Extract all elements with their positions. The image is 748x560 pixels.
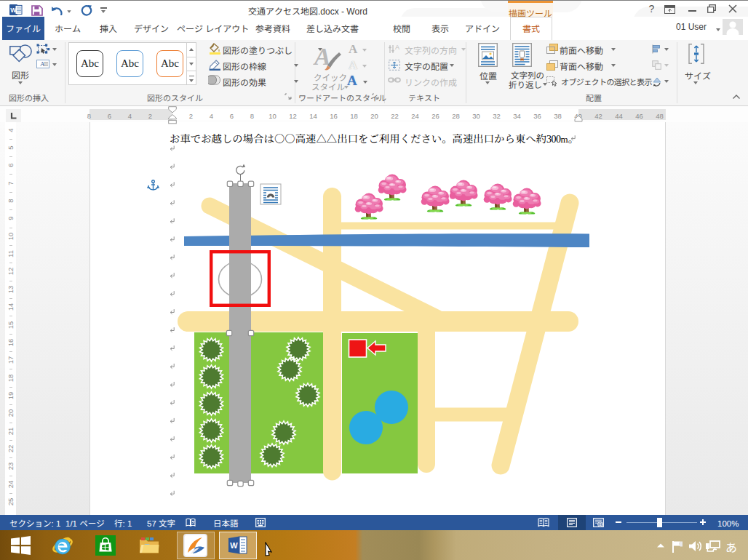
svg-text:A: A: [395, 44, 399, 51]
svg-text:W: W: [10, 7, 17, 14]
svg-text:W: W: [230, 541, 238, 550]
